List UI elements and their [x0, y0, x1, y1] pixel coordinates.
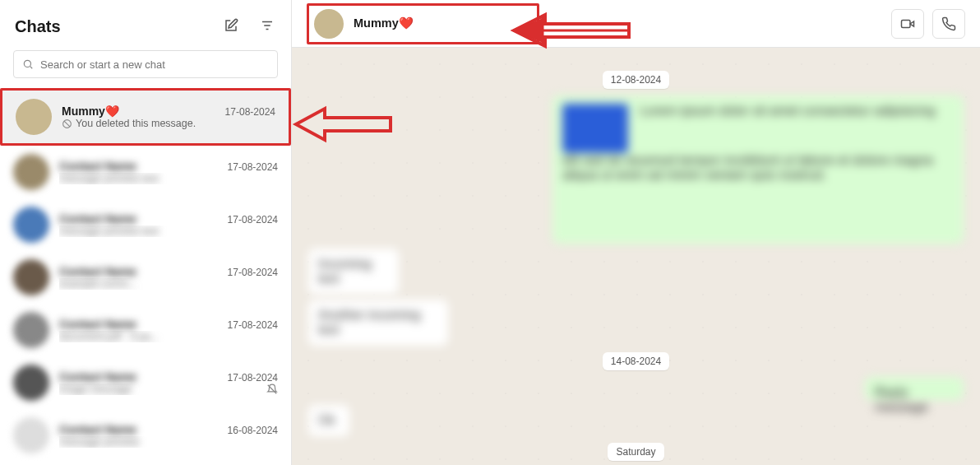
- chat-name: Contact Name: [59, 370, 136, 384]
- chat-preview: example.com/s...: [59, 278, 278, 290]
- filter-button[interactable]: [257, 15, 278, 39]
- sidebar-header-actions: [220, 15, 278, 39]
- video-icon: [900, 16, 915, 31]
- avatar: [13, 417, 49, 453]
- chat-date: 17-08-2024: [228, 372, 278, 384]
- compose-icon: [224, 18, 238, 33]
- incoming-message[interactable]: Incoming text: [308, 249, 399, 295]
- avatar: [13, 312, 49, 348]
- annotation-arrow-icon: [506, 10, 637, 51]
- search-wrap: [0, 47, 291, 88]
- video-call-button[interactable]: [891, 9, 924, 39]
- voice-call-button[interactable]: [932, 9, 965, 39]
- search-box[interactable]: [13, 50, 278, 78]
- chat-item[interactable]: Contact Name16-08-2024 message preview: [0, 409, 291, 462]
- chat-meta: Contact Name16-08-2024 message preview: [59, 423, 278, 448]
- chat-item[interactable]: Contact Name17-08-2024 message preview t…: [0, 198, 291, 251]
- chat-name: Contact Name: [59, 265, 136, 278]
- chat-date: 17-08-2024: [228, 161, 278, 173]
- chat-name: Contact Name: [59, 160, 136, 173]
- chat-name: Mummy❤️: [62, 105, 119, 118]
- chats-title: Chats: [15, 17, 61, 36]
- chat-preview: You deleted this message.: [62, 118, 275, 129]
- filter-icon: [260, 18, 275, 33]
- chat-meta: Contact Name17-08-2024 message preview t…: [59, 212, 278, 237]
- chat-date: 17-08-2024: [228, 267, 278, 278]
- avatar: [13, 154, 49, 190]
- svg-point-3: [24, 60, 30, 67]
- chat-preview: message preview text: [59, 173, 278, 184]
- svg-line-4: [30, 67, 33, 69]
- chat-item-mummy[interactable]: Mummy❤️ 17-08-2024 You deleted this mess…: [0, 88, 291, 146]
- chat-preview: message preview: [59, 436, 278, 448]
- chat-meta: Contact Name17-08-2024 document.pdf · 4 …: [59, 318, 278, 342]
- outgoing-message[interactable]: Reply message: [865, 377, 964, 400]
- incoming-message[interactable]: Ok: [308, 405, 349, 436]
- call-buttons: [891, 9, 965, 39]
- search-input[interactable]: [40, 58, 269, 71]
- sidebar: Chats Mummy❤️ 17-08-2024: [0, 0, 292, 465]
- svg-rect-8: [902, 20, 911, 27]
- annotation-arrow-icon: [292, 104, 399, 145]
- svg-line-6: [64, 121, 70, 127]
- avatar: [314, 9, 344, 39]
- chat-preview: image message: [59, 384, 278, 395]
- prohibited-icon: [62, 119, 72, 129]
- contact-name: Mummy❤️: [354, 16, 414, 30]
- chat-date: 17-08-2024: [225, 106, 275, 118]
- chat-name: Contact Name: [59, 212, 136, 226]
- chat-meta: Contact Name17-08-2024 example.com/s...: [59, 265, 278, 290]
- date-divider: 14-08-2024: [603, 352, 669, 370]
- outgoing-message[interactable]: Lorem ipsum dolor sit amet consectetur a…: [552, 95, 964, 244]
- avatar: [16, 99, 52, 135]
- avatar: [13, 259, 49, 295]
- chat-item[interactable]: Contact Name17-08-2024 document.pdf · 4 …: [0, 304, 291, 356]
- chat-list: Mummy❤️ 17-08-2024 You deleted this mess…: [0, 88, 291, 465]
- contact-info[interactable]: Mummy❤️: [307, 3, 539, 44]
- date-divider: Saturday: [608, 443, 663, 461]
- mute-icon: [266, 384, 278, 395]
- chat-preview: document.pdf · 4 pa...: [59, 331, 278, 342]
- phone-icon: [941, 16, 956, 31]
- chat-date: 17-08-2024: [228, 214, 278, 226]
- incoming-message[interactable]: Another incoming text: [308, 300, 448, 346]
- chat-name: Contact Name: [59, 423, 136, 436]
- avatar: [13, 207, 49, 243]
- chat-name: Contact Name: [59, 318, 136, 331]
- chat-preview: message preview text: [59, 226, 278, 237]
- chat-date: 17-08-2024: [228, 319, 278, 331]
- sidebar-header: Chats: [0, 0, 291, 47]
- avatar: [13, 365, 49, 401]
- chat-meta: Contact Name17-08-2024 image message: [59, 370, 278, 395]
- chat-date: 16-08-2024: [228, 425, 278, 436]
- conversation-pane: Mummy❤️ 12-08-2024 Lorem ipsum dolor sit…: [292, 0, 980, 465]
- date-divider: 12-08-2024: [603, 71, 669, 89]
- search-icon: [22, 58, 34, 70]
- new-chat-button[interactable]: [220, 15, 242, 39]
- chat-meta: Mummy❤️ 17-08-2024 You deleted this mess…: [62, 105, 275, 129]
- chat-meta: Contact Name17-08-2024 message preview t…: [59, 160, 278, 184]
- chat-item[interactable]: Contact Name17-08-2024 message preview t…: [0, 146, 291, 198]
- chat-item[interactable]: Contact Name17-08-2024 image message: [0, 356, 291, 409]
- chat-item[interactable]: Contact Name17-08-2024 example.com/s...: [0, 251, 291, 304]
